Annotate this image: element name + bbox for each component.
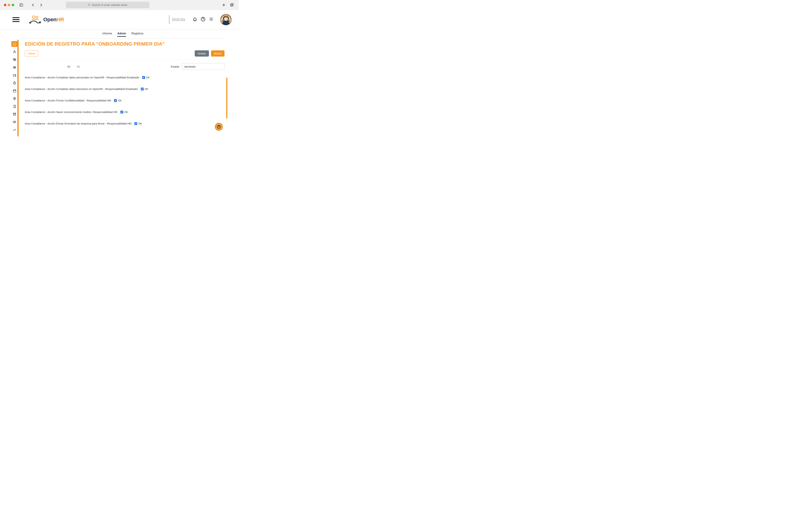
checkbox[interactable] — [120, 111, 123, 114]
brand-name: OpenHR — [43, 17, 64, 22]
sidebar-item-chat[interactable] — [11, 57, 18, 62]
sidebar-item-timer[interactable] — [11, 80, 18, 86]
sidebar-item-team[interactable] — [11, 64, 18, 70]
task-label: Area Compliance - Acción Enviar formular… — [25, 122, 132, 125]
new-tab-icon[interactable] — [221, 2, 227, 8]
save-button[interactable]: Grabar — [195, 50, 209, 57]
svg-point-11 — [39, 22, 41, 23]
tab-admin[interactable]: Admin — [117, 32, 126, 37]
ok-label: OK — [118, 99, 121, 102]
svg-point-17 — [14, 51, 15, 52]
checkbox[interactable] — [141, 88, 144, 91]
sidebar-item-home[interactable] — [11, 41, 18, 47]
sidebar-item-archive[interactable] — [11, 111, 18, 117]
sub-navigation: Informe Admin Registros — [19, 30, 226, 39]
estado-label: Estado: — [171, 65, 180, 68]
estado-value: Aprobado — [184, 65, 196, 68]
svg-rect-7 — [230, 4, 233, 6]
svg-rect-0 — [20, 3, 23, 6]
svg-point-20 — [14, 66, 14, 68]
svg-point-8 — [33, 16, 35, 18]
task-row: Area Compliance - Acción Completar datos… — [25, 83, 225, 95]
settings-icon[interactable] — [209, 17, 213, 22]
tabs-overview-icon[interactable] — [229, 2, 235, 8]
task-row: Area Compliance - Acción Completar datos… — [25, 72, 225, 83]
forward-icon[interactable] — [38, 2, 44, 8]
task-row: Area Compliance - Acción Hacer reconocim… — [25, 106, 225, 118]
task-label: Area Compliance - Acción Completar datos… — [25, 76, 140, 79]
svg-point-14 — [211, 19, 212, 20]
sidebar-rail — [11, 40, 18, 136]
svg-point-47 — [218, 128, 219, 128]
meta-row: ID: 71 Estado: Aprobado — [25, 60, 225, 72]
sidebar-item-location[interactable] — [11, 96, 18, 101]
task-checkbox-group: OK — [114, 99, 121, 102]
task-checkbox-group: OK — [134, 122, 142, 125]
task-label: Area Compliance - Acción Completar datos… — [25, 88, 138, 91]
app-logo[interactable]: OpenHR — [29, 15, 64, 24]
app-header: OpenHR Inicio — [0, 10, 239, 30]
menu-toggle-button[interactable] — [13, 16, 19, 23]
svg-rect-25 — [13, 90, 16, 92]
close-window-icon[interactable] — [4, 4, 6, 6]
svg-point-13 — [203, 20, 203, 21]
right-accent-strip — [226, 78, 227, 118]
user-avatar[interactable] — [220, 14, 232, 25]
tab-registros[interactable]: Registros — [131, 32, 144, 37]
openhr-logo-icon — [29, 15, 41, 24]
id-value: 71 — [77, 65, 80, 68]
id-label: ID: — [68, 65, 71, 68]
task-row: Area Compliance - Acción Firmar Confiden… — [25, 95, 225, 106]
floating-help-button[interactable] — [215, 123, 223, 131]
tab-informe[interactable]: Informe — [102, 32, 112, 37]
page-title: EDICIÓN DE REGISTRO PARA "ONBOARDING PRI… — [25, 41, 225, 47]
svg-point-29 — [14, 98, 15, 99]
search-icon — [88, 4, 91, 6]
minimize-window-icon[interactable] — [8, 4, 10, 6]
window-traffic-lights — [4, 4, 14, 6]
page-section-label: Inicio — [169, 15, 185, 24]
sidebar-item-calendar[interactable] — [11, 88, 18, 94]
browser-chrome: Search or enter website name — [0, 0, 239, 10]
ok-label: OK — [146, 76, 150, 79]
sidebar-item-education[interactable] — [11, 119, 18, 125]
sidebar-item-creditcard[interactable] — [11, 135, 18, 136]
svg-point-21 — [15, 66, 16, 68]
task-label: Area Compliance - Acción Firmar Confiden… — [25, 99, 112, 102]
estado-select[interactable]: Aprobado — [182, 63, 225, 70]
ok-label: OK — [138, 122, 142, 125]
back-icon[interactable] — [30, 2, 36, 8]
toolbar: Volver Grabar Borrar — [25, 49, 225, 60]
ok-label: OK — [124, 111, 128, 114]
sidebar-item-wallet[interactable] — [11, 72, 18, 78]
url-bar[interactable]: Search or enter website name — [66, 2, 149, 8]
page-body: EDICIÓN DE REGISTRO PARA "ONBOARDING PRI… — [0, 39, 239, 136]
sidebar-item-trend[interactable] — [11, 127, 18, 133]
sidebar-item-document[interactable] — [11, 103, 18, 109]
zoom-window-icon[interactable] — [12, 4, 14, 6]
help-icon[interactable] — [201, 17, 205, 22]
task-checkbox-group: OK — [141, 88, 148, 91]
task-checkbox-group: OK — [142, 76, 150, 79]
ok-label: OK — [145, 88, 148, 91]
task-label: Area Compliance - Acción Hacer reconocim… — [25, 111, 118, 114]
sidebar-toggle-icon[interactable] — [18, 2, 24, 8]
notifications-icon[interactable] — [193, 17, 197, 22]
back-button[interactable]: Volver — [25, 50, 38, 57]
svg-line-3 — [90, 5, 90, 6]
svg-point-23 — [15, 75, 16, 76]
sidebar-item-profile[interactable] — [11, 49, 18, 55]
svg-rect-6 — [231, 3, 233, 5]
url-placeholder: Search or enter website name — [92, 3, 127, 6]
checkbox[interactable] — [114, 99, 117, 102]
svg-point-9 — [36, 16, 38, 18]
checkbox[interactable] — [142, 76, 145, 79]
task-checkbox-group: OK — [120, 111, 128, 114]
delete-button[interactable]: Borrar — [211, 50, 225, 57]
task-row: Area Compliance - Acción Enviar formular… — [25, 118, 225, 129]
checkbox[interactable] — [134, 122, 137, 125]
svg-point-2 — [88, 4, 90, 5]
